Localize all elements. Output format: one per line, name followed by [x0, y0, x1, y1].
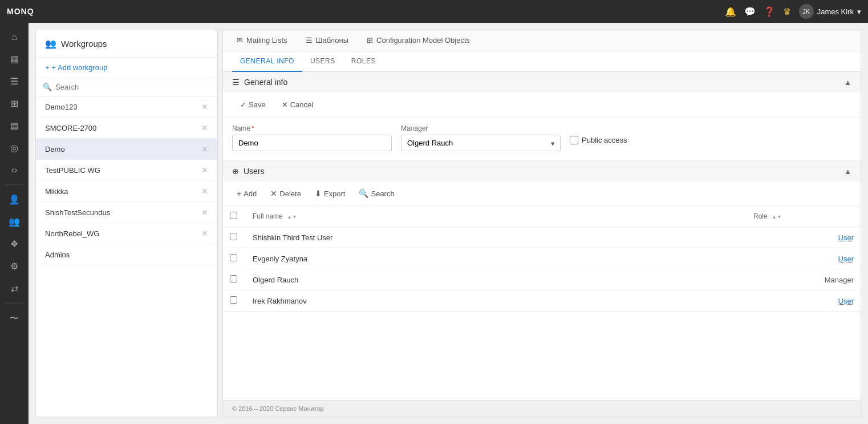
users-section: ⊕ Users ▲ + Add ✕ — [223, 161, 861, 312]
row-checkbox-cell — [223, 248, 246, 269]
remove-workgroup-button[interactable]: ✕ — [201, 102, 208, 111]
users-section-header: ⊕ Users ▲ — [223, 161, 861, 181]
sort-icon[interactable]: ▲▼ — [287, 214, 297, 220]
workgroup-item[interactable]: Demo ✕ — [36, 139, 217, 160]
manager-select[interactable]: Olgerd Rauch James Kirk — [401, 135, 561, 151]
tab-users[interactable]: USERS — [302, 51, 343, 72]
workgroup-item[interactable]: ShishTestSecundus ✕ — [36, 202, 217, 223]
role-link[interactable]: User — [838, 233, 854, 242]
row-checkbox[interactable] — [230, 233, 237, 240]
cancel-label: Cancel — [290, 100, 313, 109]
role-link[interactable]: User — [838, 297, 854, 305]
add-workgroup-label: + Add workgroup — [52, 63, 108, 72]
chat-icon[interactable]: 💬 — [744, 6, 756, 17]
grid-icon: ⊞ — [367, 36, 373, 45]
delete-user-button[interactable]: ✕ Delete — [263, 186, 308, 201]
sidebar-divider-2 — [6, 303, 23, 304]
general-info-form: Name* Manager Olgerd Rauch James Kirk — [223, 118, 861, 160]
user-name: James Kirk — [817, 7, 854, 16]
sidebar-item-user[interactable]: 👤 — [0, 189, 29, 209]
sort-icon[interactable]: ▲▼ — [772, 214, 782, 220]
workgroup-item[interactable]: Admins ✕ — [36, 244, 217, 265]
user-role: Manager — [747, 269, 861, 290]
sidebar-item-transfer[interactable]: ⇄ — [0, 278, 29, 298]
plus-icon: + — [45, 63, 50, 72]
workgroup-item[interactable]: Demo123 ✕ — [36, 96, 217, 118]
page-area: 👥 Workgroups + + Add workgroup 🔍 Demo123… — [29, 23, 868, 424]
tab-config-model[interactable]: ⊞ Configuration Model Objects — [358, 30, 479, 51]
detail-content: ☰ General info ▲ ✓ Save — [223, 72, 861, 400]
icon-sidebar: ⌂ ▦ ☰ ⊞ ▤ ◎ ‹› 👤 👥 ❖ ⚙ ⇄ 〜 — [0, 23, 29, 424]
users-action-bar: + Add ✕ Delete ⬇ Export — [223, 181, 861, 206]
role-link[interactable]: User — [838, 255, 854, 263]
sidebar-item-list[interactable]: ☰ — [0, 71, 29, 91]
row-checkbox[interactable] — [230, 296, 237, 304]
remove-workgroup-button[interactable]: ✕ — [201, 123, 208, 132]
workgroup-list: Demo123 ✕ SMCORE-2700 ✕ Demo ✕ TestPUBLI… — [36, 96, 217, 417]
tab-label: Configuration Model Objects — [376, 36, 470, 45]
add-workgroup-button[interactable]: + + Add workgroup — [36, 58, 217, 78]
search-users-button[interactable]: 🔍 Search — [352, 186, 401, 201]
panel-title: Workgroups — [61, 39, 107, 49]
nav-left: MONQ — [7, 7, 34, 16]
public-access-checkbox[interactable] — [570, 136, 578, 144]
row-checkbox[interactable] — [230, 275, 237, 282]
sidebar-item-puzzle[interactable]: ❖ — [0, 234, 29, 254]
crown-icon[interactable]: ♛ — [783, 6, 791, 17]
x-icon: ✕ — [282, 100, 288, 109]
bell-icon[interactable]: 🔔 — [725, 6, 736, 17]
export-label: Export — [324, 189, 346, 198]
row-checkbox[interactable] — [230, 254, 237, 261]
detail-panel: ✉ Mailing Lists ☰ Шаблоны ⊞ Configuratio… — [222, 30, 861, 417]
section-title: ☰ General info — [232, 78, 287, 87]
workgroups-panel: 👥 Workgroups + + Add workgroup 🔍 Demo123… — [35, 30, 218, 417]
workgroup-item[interactable]: TestPUBLIC WG ✕ — [36, 160, 217, 181]
workgroup-item[interactable]: NorthRebel_WG ✕ — [36, 223, 217, 244]
tab-mailing-lists[interactable]: ✉ Mailing Lists — [228, 30, 297, 51]
export-button[interactable]: ⬇ Export — [308, 186, 352, 201]
select-all-checkbox[interactable] — [230, 212, 237, 219]
name-input[interactable] — [232, 135, 392, 151]
manager-field-group: Manager Olgerd Rauch James Kirk ▾ — [401, 124, 561, 151]
nav-right: 🔔 💬 ❓ ♛ JK James Kirk ▾ — [725, 4, 861, 19]
sidebar-item-waves[interactable]: 〜 — [0, 308, 29, 329]
add-user-button[interactable]: + Add — [230, 186, 263, 201]
table-header-row: Full name ▲▼ Role ▲▼ — [223, 206, 861, 227]
help-icon[interactable]: ❓ — [764, 6, 775, 17]
collapse-users-icon[interactable]: ▲ — [844, 167, 851, 176]
sidebar-item-home[interactable]: ⌂ — [0, 27, 29, 47]
cancel-button[interactable]: ✕ Cancel — [274, 97, 321, 112]
remove-workgroup-button[interactable]: ✕ — [201, 229, 208, 238]
user-fullname: Evgeniy Zyatyna — [246, 248, 747, 269]
sidebar-item-chart[interactable]: ▤ — [0, 116, 29, 136]
remove-workgroup-button[interactable]: ✕ — [201, 144, 208, 154]
collapse-icon[interactable]: ▲ — [844, 78, 851, 87]
chevron-down-icon: ▾ — [857, 7, 861, 16]
tab-general-info[interactable]: GENERAL INFO — [232, 51, 302, 72]
sidebar-item-group[interactable]: 👥 — [0, 212, 29, 232]
search-input[interactable] — [55, 83, 210, 91]
user-menu[interactable]: JK James Kirk ▾ — [799, 4, 861, 19]
remove-workgroup-button[interactable]: ✕ — [201, 165, 208, 175]
name-field-group: Name* — [232, 124, 392, 151]
row-checkbox-cell — [223, 227, 246, 248]
workgroup-name: Admins — [45, 251, 70, 259]
sidebar-item-code[interactable]: ‹› — [0, 160, 29, 180]
search-box: 🔍 — [36, 78, 217, 96]
search-icon: 🔍 — [43, 83, 52, 91]
remove-workgroup-button[interactable]: ✕ — [201, 208, 208, 217]
sidebar-item-grid[interactable]: ⊞ — [0, 94, 29, 114]
save-button[interactable]: ✓ Save — [232, 97, 274, 112]
tab-templates[interactable]: ☰ Шаблоны — [297, 30, 358, 51]
users-section-title: ⊕ Users — [232, 167, 265, 176]
tab-roles[interactable]: ROLES — [343, 51, 384, 72]
remove-workgroup-button[interactable]: ✕ — [201, 187, 208, 196]
menu-icon: ☰ — [232, 78, 240, 87]
workgroup-item[interactable]: Mikkka ✕ — [36, 181, 217, 202]
workgroup-item[interactable]: SMCORE-2700 ✕ — [36, 118, 217, 139]
manager-select-wrap: Olgerd Rauch James Kirk ▾ — [401, 135, 561, 151]
general-info-header: ☰ General info ▲ — [223, 72, 861, 92]
sidebar-item-settings[interactable]: ⚙ — [0, 256, 29, 276]
sidebar-item-dashboard[interactable]: ▦ — [0, 49, 29, 69]
sidebar-item-ring[interactable]: ◎ — [0, 138, 29, 158]
